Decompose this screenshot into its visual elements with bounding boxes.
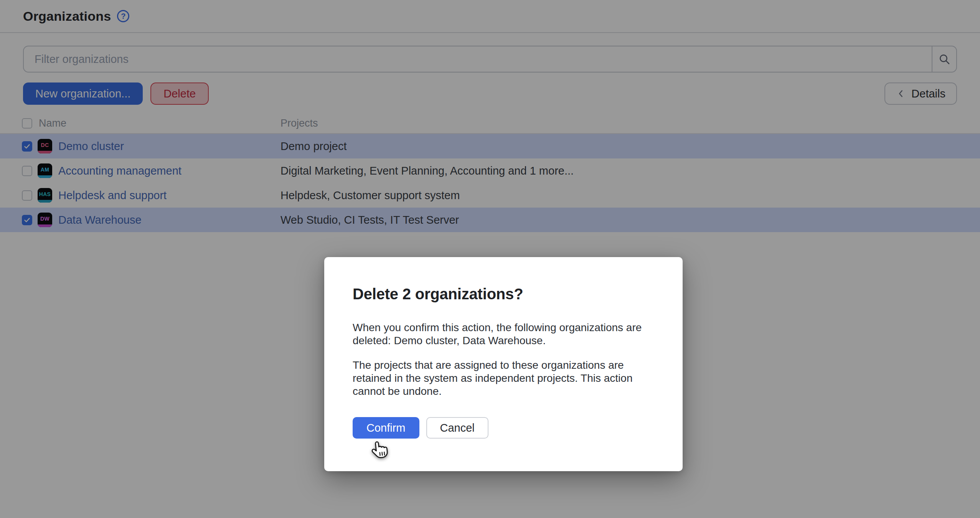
dialog-actions: Confirm Cancel [353, 417, 654, 439]
cancel-button[interactable]: Cancel [426, 417, 488, 439]
dialog-title: Delete 2 organizations? [353, 285, 654, 303]
delete-confirmation-dialog: Delete 2 organizations? When you confirm… [324, 257, 683, 471]
dialog-body: When you confirm this action, the follow… [353, 321, 654, 398]
dialog-paragraph: When you confirm this action, the follow… [353, 321, 654, 347]
dialog-paragraph: The projects that are assigned to these … [353, 359, 654, 398]
confirm-button[interactable]: Confirm [353, 417, 419, 439]
